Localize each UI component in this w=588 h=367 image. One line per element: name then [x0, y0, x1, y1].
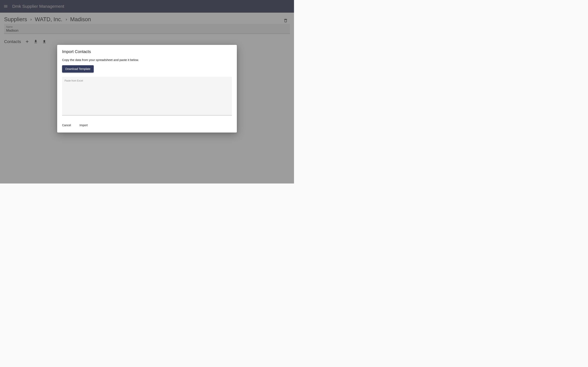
modal-overlay[interactable]: Import Contacts Copy the data from your … [0, 0, 294, 184]
import-button[interactable]: Import [78, 122, 90, 128]
dialog-actions: Cancel Import [57, 117, 237, 133]
dialog-title: Import Contacts [62, 49, 232, 54]
dialog-instruction: Copy the data from your spreadsheet and … [62, 58, 232, 62]
import-contacts-dialog: Import Contacts Copy the data from your … [57, 45, 237, 133]
cancel-button[interactable]: Cancel [60, 122, 73, 128]
paste-textarea-label: Paste from Excel [65, 79, 83, 82]
download-template-button[interactable]: Download Template [62, 65, 94, 73]
paste-textarea[interactable]: Paste from Excel [62, 77, 232, 115]
